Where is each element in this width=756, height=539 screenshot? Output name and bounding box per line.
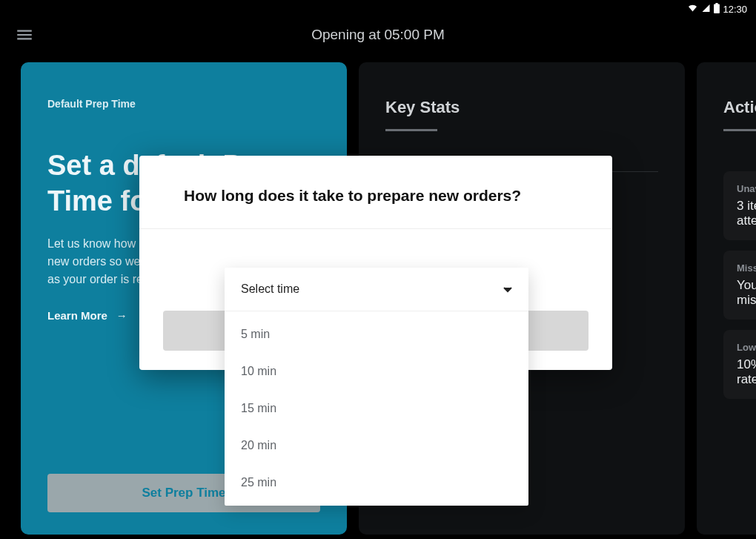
wifi-icon bbox=[687, 4, 698, 15]
action-item-value: Your tablet missed orders bbox=[737, 278, 756, 308]
dropdown-option[interactable]: 15 min bbox=[225, 390, 528, 427]
action-item-label: Low Rated items bbox=[737, 342, 756, 353]
dropdown-option[interactable]: 20 min bbox=[225, 427, 528, 464]
dropdown-placeholder: Select time bbox=[241, 282, 299, 296]
action-item-value: 3 items need attention bbox=[737, 199, 756, 228]
action-items-card: Action Items Unavailable items 3 items n… bbox=[697, 62, 756, 535]
heading-underline bbox=[723, 129, 756, 131]
dropdown-option[interactable]: 25 min bbox=[225, 464, 528, 501]
heading-underline bbox=[385, 129, 437, 131]
status-bar: 12:30 bbox=[0, 0, 756, 15]
actions-heading: Action Items bbox=[723, 98, 756, 117]
chevron-down-icon bbox=[503, 282, 512, 296]
app-header: Opening at 05:00 PM bbox=[0, 15, 756, 55]
page-title: Opening at 05:00 PM bbox=[311, 27, 445, 43]
battery-icon bbox=[714, 3, 720, 16]
dropdown-option[interactable]: 5 min bbox=[225, 316, 528, 353]
dropdown-selected[interactable]: Select time bbox=[225, 268, 528, 311]
action-item[interactable]: Low Rated items 10% of items rated low bbox=[723, 330, 756, 399]
learn-more-label: Learn More bbox=[47, 309, 107, 322]
cellular-icon bbox=[701, 4, 711, 15]
prep-card-label: Default Prep Time bbox=[47, 98, 320, 110]
action-item[interactable]: Unavailable items 3 items need attention bbox=[723, 171, 756, 240]
action-item-label: Missed orders bbox=[737, 262, 756, 274]
prep-time-dropdown[interactable]: Select time 5 min 10 min 15 min 20 min 2… bbox=[225, 268, 528, 506]
status-time: 12:30 bbox=[723, 4, 747, 15]
hamburger-menu-icon[interactable] bbox=[15, 25, 34, 44]
action-item-label: Unavailable items bbox=[737, 183, 756, 194]
action-item-value: 10% of items rated low bbox=[737, 357, 756, 387]
dropdown-option[interactable]: 10 min bbox=[225, 353, 528, 390]
arrow-right-icon: → bbox=[116, 309, 127, 322]
modal-title: How long does it take to prepare new ord… bbox=[184, 187, 568, 205]
action-item[interactable]: Missed orders Your tablet missed orders bbox=[723, 251, 756, 320]
key-stats-heading: Key Stats bbox=[385, 98, 658, 117]
learn-more-link[interactable]: Learn More → bbox=[47, 309, 127, 322]
